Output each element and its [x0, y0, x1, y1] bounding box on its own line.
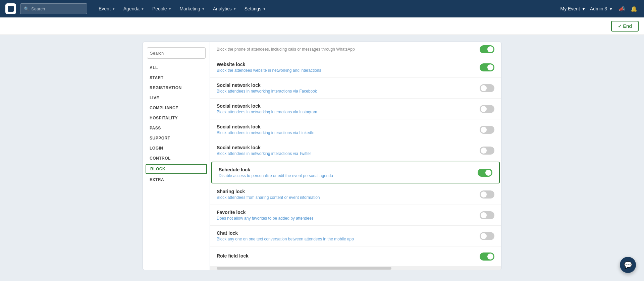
toggle-whatsapp[interactable] — [480, 45, 494, 53]
toggle-chat-lock[interactable] — [480, 232, 494, 240]
sidebar-item-live[interactable]: LIVE — [143, 93, 210, 103]
settings-content-panel: Block the phone of attendees, including … — [210, 42, 501, 270]
toggle-slider — [480, 252, 494, 261]
setting-title: Favorite lock — [217, 210, 474, 215]
horizontal-scroll-thumb — [217, 267, 391, 270]
chat-fab-button[interactable]: 💬 — [620, 257, 636, 273]
setting-info: Social network lock Block attendees in n… — [217, 145, 480, 156]
nav-item-marketing[interactable]: Marketing ▼ — [176, 4, 208, 13]
chevron-down-icon: ▼ — [112, 7, 115, 11]
truncated-setting-desc: Block the phone of attendees, including … — [217, 47, 480, 52]
toggle-slider — [480, 232, 494, 240]
toggle-slider — [480, 147, 494, 155]
sidebar-item-all[interactable]: ALL — [143, 63, 210, 73]
chevron-down-icon: ▼ — [608, 6, 613, 11]
toggle-social-facebook[interactable] — [480, 84, 494, 92]
sidebar-item-login[interactable]: LOGIN — [143, 143, 210, 153]
setting-desc: Block attendees in networking interactio… — [217, 130, 474, 135]
toggle-slider — [480, 105, 494, 113]
setting-info: Sharing lock Block attendees from sharin… — [217, 189, 480, 200]
sidebar-item-hospitality[interactable]: HOSPITALITY — [143, 113, 210, 123]
setting-desc: Block attendees in networking interactio… — [217, 151, 474, 156]
setting-row-role-field-lock: Role field lock — [210, 246, 501, 267]
my-event-dropdown[interactable]: My Event ▼ — [560, 6, 586, 11]
setting-info: Favorite lock Does not allow any favorit… — [217, 210, 480, 221]
setting-info: Chat lock Block any one on one text conv… — [217, 230, 480, 241]
setting-title: Social network lock — [217, 82, 474, 88]
chevron-down-icon: ▼ — [581, 6, 586, 11]
sidebar-item-pass[interactable]: PASS — [143, 123, 210, 133]
toggle-slider — [478, 169, 492, 177]
sidebar-search-input[interactable] — [150, 51, 203, 56]
toggle-slider — [480, 84, 494, 92]
nav-item-people[interactable]: People ▼ — [149, 4, 175, 13]
nav-item-event[interactable]: Event ▼ — [95, 4, 119, 13]
setting-row-social-facebook: Social network lock Block attendees in n… — [210, 78, 501, 99]
toggle-favorite-lock[interactable] — [480, 211, 494, 219]
setting-title: Schedule lock — [219, 167, 472, 172]
settings-sidebar: ALL START REGISTRATION LIVE COMPLIANCE H… — [143, 42, 210, 270]
setting-info: Website lock Block the attendees website… — [217, 62, 480, 73]
nav-item-agenda[interactable]: Agenda ▼ — [120, 4, 148, 13]
setting-desc: Does not allow any favorites to be added… — [217, 216, 474, 221]
sidebar-item-start[interactable]: START — [143, 73, 210, 83]
sidebar-item-extra[interactable]: EXTRA — [143, 175, 210, 185]
setting-row-social-linkedin: Social network lock Block attendees in n… — [210, 119, 501, 140]
setting-title: Social network lock — [217, 145, 474, 150]
setting-title: Role field lock — [217, 253, 474, 259]
toggle-slider — [480, 63, 494, 71]
chevron-down-icon: ▼ — [141, 7, 144, 11]
chat-icon: 💬 — [624, 261, 632, 269]
setting-row-website-lock: Website lock Block the attendees website… — [210, 57, 501, 78]
setting-title: Chat lock — [217, 230, 474, 236]
setting-desc: Block attendees in networking interactio… — [217, 110, 474, 114]
toggle-slider — [480, 45, 494, 53]
sidebar-item-registration[interactable]: REGISTRATION — [143, 83, 210, 93]
setting-title: Social network lock — [217, 103, 474, 109]
bell-icon[interactable]: 🔔 — [629, 4, 639, 13]
sidebar-item-support[interactable]: SUPPORT — [143, 133, 210, 143]
search-icon: 🔍 — [24, 6, 29, 11]
end-bar: ✓ End — [0, 17, 644, 35]
admin-dropdown[interactable]: Admin 3 ▼ — [590, 6, 613, 11]
toggle-social-linkedin[interactable] — [480, 126, 494, 134]
truncated-setting-row: Block the phone of attendees, including … — [210, 42, 501, 57]
toggle-social-twitter[interactable] — [480, 147, 494, 155]
nav-right: My Event ▼ Admin 3 ▼ 📣 🔔 — [560, 4, 639, 13]
settings-list: Block the phone of attendees, including … — [210, 42, 501, 270]
toggle-website-lock[interactable] — [480, 63, 494, 71]
end-button[interactable]: ✓ End — [611, 21, 639, 32]
setting-row-chat-lock: Chat lock Block any one on one text conv… — [210, 226, 501, 246]
main-content: ALL START REGISTRATION LIVE COMPLIANCE H… — [0, 35, 644, 277]
nav-item-settings[interactable]: Settings ▼ — [241, 4, 270, 13]
megaphone-icon[interactable]: 📣 — [617, 4, 627, 13]
sidebar-item-control[interactable]: CONTROL — [143, 153, 210, 163]
setting-row-social-twitter: Social network lock Block attendees in n… — [210, 140, 501, 161]
toggle-role-field-lock[interactable] — [480, 252, 494, 261]
app-logo[interactable] — [5, 3, 16, 14]
sidebar-item-compliance[interactable]: COMPLIANCE — [143, 103, 210, 113]
chevron-down-icon: ▼ — [263, 7, 266, 11]
setting-title: Social network lock — [217, 124, 474, 129]
setting-title: Sharing lock — [217, 189, 474, 194]
setting-desc: Block attendees from sharing content or … — [217, 195, 474, 200]
toggle-social-instagram[interactable] — [480, 105, 494, 113]
nav-icon-group: 📣 🔔 — [617, 4, 639, 13]
toggle-sharing-lock[interactable] — [480, 190, 494, 199]
setting-row-schedule-lock: Schedule lock Disable access to personal… — [211, 162, 500, 183]
nav-item-analytics[interactable]: Analytics ▼ — [210, 4, 240, 13]
sidebar-item-block[interactable]: BLOCK — [146, 164, 207, 174]
setting-title: Website lock — [217, 62, 474, 67]
toggle-slider — [480, 211, 494, 219]
toggle-slider — [480, 126, 494, 134]
toggle-schedule-lock[interactable] — [478, 169, 492, 177]
setting-desc: Disable access to personalize or edit th… — [219, 173, 472, 178]
nav-menu: Event ▼ Agenda ▼ People ▼ Marketing ▼ An… — [95, 4, 560, 13]
setting-desc: Block any one on one text conversation b… — [217, 237, 474, 241]
toggle-slider — [480, 190, 494, 199]
setting-info: Social network lock Block attendees in n… — [217, 124, 480, 135]
nav-search-input[interactable] — [31, 6, 78, 11]
horizontal-scrollbar[interactable] — [210, 267, 501, 270]
setting-desc: Block attendees in networking interactio… — [217, 89, 474, 94]
chevron-down-icon: ▼ — [168, 7, 172, 11]
